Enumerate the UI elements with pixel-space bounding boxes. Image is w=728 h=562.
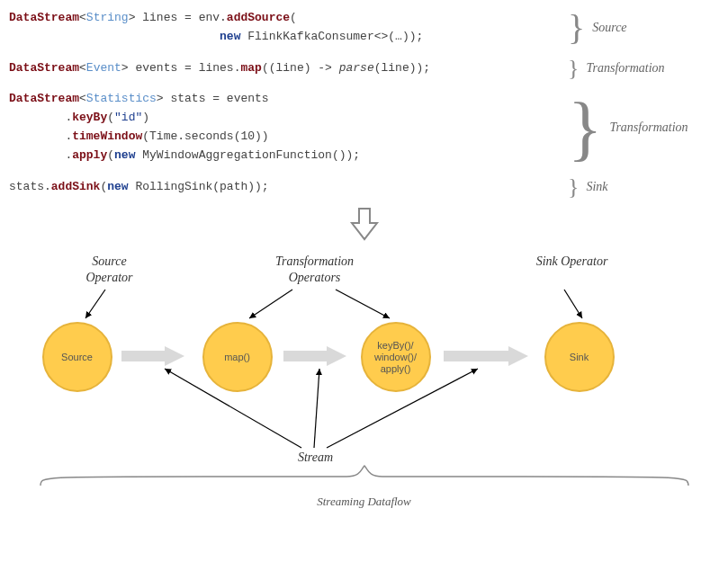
indent: . xyxy=(9,111,72,124)
label-transformation-operators: Transformation Operators xyxy=(256,254,373,285)
label-source-operator: Source Operator xyxy=(69,254,150,285)
txt: (Time.seconds(10)) xyxy=(142,129,268,143)
indent: . xyxy=(9,148,72,162)
down-arrow-icon xyxy=(348,207,381,241)
label-streaming-dataflow: Streaming Dataflow xyxy=(40,495,688,509)
brace-icon: } xyxy=(568,21,585,35)
generic-event: Event xyxy=(86,61,121,75)
txt: FlinkKafkaConsumer<>(…)); xyxy=(240,30,423,43)
svg-line-3 xyxy=(564,290,582,318)
svg-line-1 xyxy=(249,290,292,318)
dataflow-diagram: Source Operator Transformation Operators… xyxy=(22,254,706,523)
code-block-source: DataStream<String> lines = env.addSource… xyxy=(9,9,719,47)
flow-arrow-icon xyxy=(444,346,530,366)
method-apply: apply xyxy=(72,148,107,162)
txt: ((line) -> xyxy=(262,61,339,75)
generic-statistics: Statistics xyxy=(86,92,157,105)
kw-new: new xyxy=(114,148,135,162)
svg-line-0 xyxy=(85,290,105,318)
kw-new: new xyxy=(220,30,240,43)
diagram-wires xyxy=(22,254,706,523)
kw-datastream: DataStream xyxy=(9,11,79,24)
label-stream: Stream xyxy=(289,450,343,466)
txt: (line)); xyxy=(374,61,430,75)
indent: . xyxy=(9,129,72,143)
txt: ( xyxy=(290,11,297,24)
label-source: Source xyxy=(592,21,626,35)
kw-datastream: DataStream xyxy=(9,61,79,75)
method-addsink: addSink xyxy=(51,180,101,193)
node-sink: Sink xyxy=(544,322,615,392)
label-transformation: Transformation xyxy=(609,120,688,135)
code-block-transformation-1: DataStream<Event> events = lines.map((li… xyxy=(9,59,719,78)
indent xyxy=(9,30,220,43)
method-map: map xyxy=(240,61,261,75)
method-timewindow: timeWindow xyxy=(72,129,142,143)
node-map: map() xyxy=(202,322,273,392)
label-sink: Sink xyxy=(586,180,607,194)
txt: > events = lines. xyxy=(121,61,241,75)
node-source: Source xyxy=(42,322,112,392)
kw-new: new xyxy=(107,180,128,193)
txt: ) xyxy=(142,111,149,124)
method-addsource: addSource xyxy=(227,11,290,24)
label-transformation: Transformation xyxy=(586,61,664,76)
svg-line-5 xyxy=(314,369,319,448)
label-sink-operator: Sink Operator xyxy=(532,254,613,270)
node-keyby-window-apply: keyBy()/ window()/ apply() xyxy=(361,322,431,392)
txt: RollingSink(path)); xyxy=(129,180,269,193)
generic-string: String xyxy=(86,11,129,24)
flow-arrow-icon xyxy=(283,346,348,366)
str-id: "id" xyxy=(114,111,142,124)
brace-icon: } xyxy=(568,64,579,73)
txt: > stats = events xyxy=(157,92,269,105)
fn-parse: parse xyxy=(339,61,374,75)
svg-line-2 xyxy=(336,290,390,318)
kw-datastream: DataStream xyxy=(9,92,79,105)
txt: stats. xyxy=(9,180,51,193)
txt: MyWindowAggregationFunction()); xyxy=(135,148,360,162)
brace-icon: } xyxy=(568,113,602,142)
code-section: DataStream<String> lines = env.addSource… xyxy=(9,9,719,196)
code-block-transformation-2: DataStream<Statistics> stats = events .k… xyxy=(9,90,719,165)
code-block-sink: stats.addSink(new RollingSink(path)); } … xyxy=(9,178,719,197)
txt: ( xyxy=(107,148,114,162)
flow-arrow-icon xyxy=(121,346,186,366)
brace-icon: } xyxy=(568,183,579,192)
txt: ( xyxy=(107,111,114,124)
method-keyby: keyBy xyxy=(72,111,107,124)
txt: > lines = env. xyxy=(129,11,227,24)
